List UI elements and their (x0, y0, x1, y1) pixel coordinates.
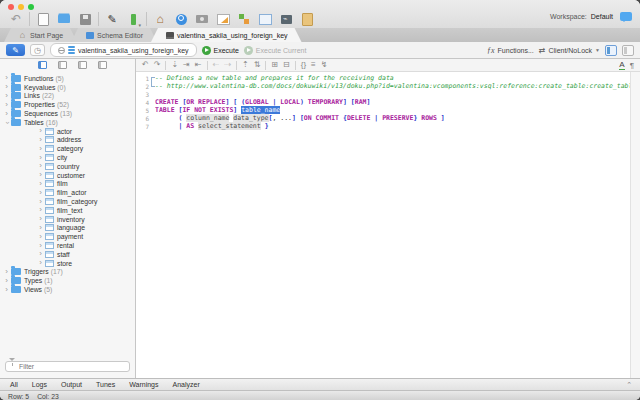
sidebar-item-triggers[interactable]: ›Triggers(17) (0, 268, 135, 277)
show-invisibles-button[interactable]: ¶ (630, 61, 634, 70)
disclosure-icon[interactable]: › (37, 224, 44, 232)
shift-right-icon[interactable]: ⇢ (224, 61, 231, 69)
sidebar-item-city[interactable]: ›city (0, 153, 135, 162)
code-line-1[interactable]: 1-- Defines a new table and prepares it … (136, 74, 640, 82)
sidebar-item-links[interactable]: ›Links(22) (0, 92, 135, 101)
sidebar-item-payment[interactable]: ›payment (0, 232, 135, 241)
code-line-2[interactable]: 2-- http://www.valentina-db.com/docs/dok… (136, 82, 640, 90)
disclosure-icon[interactable]: › (3, 101, 10, 109)
execute-button[interactable]: Execute (202, 46, 239, 55)
bottom-tab-tunes[interactable]: Tunes (96, 381, 115, 388)
disclosure-icon[interactable]: › (37, 127, 44, 135)
search-icon[interactable] (174, 12, 188, 26)
sidebar-item-store[interactable]: ›store (0, 259, 135, 268)
bottom-tab-warnings[interactable]: Warnings (129, 381, 158, 388)
camera-icon[interactable] (195, 12, 209, 26)
pen-icon[interactable] (105, 12, 119, 26)
execute-current-button[interactable]: Execute Current (244, 46, 307, 55)
sidebar-item-views[interactable]: ›Views(5) (0, 285, 135, 294)
outdent-icon[interactable]: ⇤ (195, 61, 202, 69)
panel-rows-icon[interactable] (78, 61, 87, 69)
disclosure-icon[interactable]: › (37, 180, 44, 188)
bottom-tab-all[interactable]: All (10, 381, 18, 388)
sidebar-item-film[interactable]: ›film (0, 180, 135, 189)
code-line-6[interactable]: 6 ( column_name data_type[, ...] [ON COM… (136, 114, 640, 122)
close-button[interactable] (8, 4, 14, 10)
column-icon[interactable] (126, 12, 140, 26)
minimize-button[interactable] (18, 4, 24, 10)
sidebar-item-sequences[interactable]: ›Sequences(13) (0, 109, 135, 118)
disclosure-icon[interactable]: › (37, 206, 44, 214)
code-line-5[interactable]: 5TABLE [IF NOT EXISTS] table_name (136, 106, 640, 114)
sidebar-item-rental[interactable]: ›rental (0, 241, 135, 250)
window-icon[interactable] (258, 12, 272, 26)
sidebar-item-inventory[interactable]: ›inventory (0, 215, 135, 224)
edit-query-button[interactable]: ✎ (6, 44, 25, 56)
indent-icon[interactable]: ⇥ (183, 61, 190, 69)
bottom-tab-logs[interactable]: Logs (32, 381, 47, 388)
result-text-icon[interactable]: ⊟ (283, 61, 290, 69)
code-area[interactable]: 1-- Defines a new table and prepares it … (136, 72, 640, 378)
comment-icon[interactable]: ≡ (311, 61, 316, 69)
chart-icon[interactable] (279, 12, 293, 26)
sidebar-item-keyvalues[interactable]: ›Keyvalues(0) (0, 83, 135, 92)
disclosure-icon[interactable]: › (37, 250, 44, 258)
sidebar-item-address[interactable]: ›address (0, 136, 135, 145)
tab-start-page[interactable]: Start Page (4, 28, 77, 42)
undo-icon[interactable]: ↶ (142, 61, 149, 69)
font-color-button[interactable]: A (619, 61, 624, 70)
save-icon[interactable] (78, 12, 92, 26)
disclosure-icon[interactable]: › (3, 286, 10, 294)
disclosure-icon[interactable]: › (37, 189, 44, 197)
sidebar-item-properties[interactable]: ›Properties(52) (0, 100, 135, 109)
toggle-left-panel-button[interactable] (605, 45, 617, 56)
lock-mode-button[interactable]: ⇄ Client/NoLock ▼ (539, 46, 600, 55)
database-selector[interactable]: valentina_sakila_using_foreign_key (50, 43, 197, 57)
disclosure-icon[interactable]: › (37, 198, 44, 206)
zoom-button[interactable] (28, 4, 34, 10)
report-icon[interactable] (300, 12, 314, 26)
schema-icon[interactable] (237, 12, 251, 26)
disclosure-icon[interactable]: › (3, 110, 10, 118)
fold-marker[interactable] (149, 82, 155, 90)
disclosure-icon[interactable]: › (37, 242, 44, 250)
bottom-tab-output[interactable]: Output (61, 381, 82, 388)
disclosure-icon[interactable]: › (37, 162, 44, 170)
braces-icon[interactable]: {} (301, 61, 306, 69)
redo-icon[interactable]: ↷ (154, 61, 161, 69)
feedback-chat-icon[interactable] (620, 12, 632, 21)
sidebar-item-language[interactable]: ›language (0, 224, 135, 233)
move-down-icon[interactable]: ⇅ (254, 61, 261, 69)
panel-preview-icon[interactable] (98, 61, 107, 69)
sidebar-item-actor[interactable]: ›actor (0, 127, 135, 136)
disclosure-icon[interactable]: › (37, 145, 44, 153)
disclosure-icon[interactable]: › (37, 233, 44, 241)
collapse-panel-icon[interactable]: ⌃ (626, 381, 632, 389)
sidebar-item-functions[interactable]: ›Functions(5) (0, 74, 135, 83)
disclosure-icon[interactable]: › (37, 259, 44, 267)
toggle-right-panel-button[interactable] (622, 45, 634, 56)
diagram-icon[interactable] (216, 12, 230, 26)
code-line-4[interactable]: 4CREATE [OR REPLACE] [ (GLOBAL | LOCAL) … (136, 98, 640, 106)
macro-icon[interactable]: ↯ (321, 61, 328, 69)
fold-marker[interactable] (149, 74, 155, 82)
disclosure-icon[interactable]: › (37, 215, 44, 223)
functions-button[interactable]: ƒx Functions... (487, 46, 534, 55)
code-line-3[interactable]: 3 (136, 90, 640, 98)
sidebar-item-types[interactable]: ›Types(1) (0, 276, 135, 285)
disclosure-icon[interactable]: › (3, 277, 10, 285)
sidebar-item-category[interactable]: ›category (0, 144, 135, 153)
disclosure-icon[interactable]: › (3, 83, 10, 91)
sidebar-item-staff[interactable]: ›staff (0, 250, 135, 259)
disclosure-icon[interactable]: › (3, 74, 10, 82)
disclosure-icon[interactable]: › (37, 171, 44, 179)
format-icon[interactable]: ⇣ (171, 61, 178, 69)
vertical-scrollbar[interactable] (630, 72, 640, 378)
disclosure-icon[interactable]: › (3, 268, 10, 276)
sidebar-item-film-actor[interactable]: ›film_actor (0, 188, 135, 197)
code-line-7[interactable]: 7 | AS select_statement } (136, 122, 640, 130)
filter-input[interactable] (5, 361, 130, 372)
sidebar-item-tables[interactable]: ›Tables(16) (0, 118, 135, 127)
disclosure-icon[interactable]: › (37, 136, 44, 144)
panel-columns-icon[interactable] (58, 61, 67, 69)
